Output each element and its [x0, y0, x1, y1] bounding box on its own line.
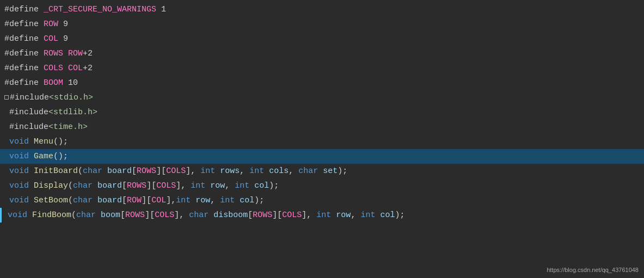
code-line-10: void Menu(); [0, 134, 644, 149]
param-disboom-15: disboom [213, 209, 248, 221]
space-14 [93, 194, 97, 207]
macro-val-4 [63, 47, 68, 60]
space-13 [93, 180, 97, 192]
param-boom-15: boom [101, 209, 120, 221]
param-col-13: col [254, 180, 269, 192]
punc-15z: ); [395, 209, 404, 221]
param-rows-12: rows [220, 165, 240, 177]
comma-14a: , [171, 194, 176, 207]
bracket-14b: ][ [142, 194, 151, 207]
param-board-13: board [97, 180, 122, 192]
bracket-13c: ] [176, 180, 181, 192]
bracket-15f: ] [302, 209, 306, 221]
idx-cols-13: COLS [156, 180, 176, 192]
code-line-7: #include<stdio.h> [0, 90, 644, 105]
char-kw-15a: char [76, 209, 96, 221]
bracket-12a: [ [132, 165, 137, 177]
macro-val-6: 10 [63, 77, 78, 89]
macro-name-1: _CRT_SECURE_NO_WARNINGS [44, 3, 156, 16]
int-kw-15a: int [316, 209, 331, 221]
param-row-15: row [336, 209, 351, 221]
space-12a [102, 165, 107, 177]
punc-14z: ); [254, 194, 264, 207]
collapse-indicator [4, 95, 9, 100]
char-kw-12b: char [298, 165, 318, 177]
macro-name-4: ROWS [44, 47, 63, 60]
hash-1: #define [4, 3, 44, 16]
code-editor: #define _CRT_SECURE_NO_WARNINGS 1 #defin… [0, 0, 644, 225]
bracket-15d: [ [248, 209, 253, 221]
punc-11: (); [53, 150, 68, 163]
fn-name-13: Display [34, 180, 68, 192]
idx-rows-13: ROWS [127, 180, 146, 192]
space-14c [235, 194, 240, 207]
int-kw-12b: int [249, 165, 264, 177]
bracket-13a: [ [122, 180, 127, 192]
include-file-8: <stdlib.h> [48, 106, 97, 119]
include-file-9: <time.h> [48, 121, 88, 133]
void-kw-15: void [8, 209, 32, 221]
macro-name-5: COLS [44, 62, 63, 75]
bracket-15a: [ [120, 209, 125, 221]
space-12d [318, 165, 323, 177]
fn-name-12: InitBoard [34, 165, 78, 177]
macro-val-1: 1 [156, 3, 166, 16]
code-line-8: #include<stdlib.h> [0, 105, 644, 120]
void-kw-13: void [4, 180, 34, 192]
hash-5: #define [4, 62, 44, 75]
macro-val-4b: +2 [83, 47, 93, 60]
comma-15b: , [306, 209, 316, 221]
macro-name-6: BOOM [44, 77, 63, 89]
include-kw-9: #include [4, 121, 48, 133]
hash-4: #define [4, 47, 44, 60]
void-kw-11: void [4, 150, 34, 163]
space-15d [355, 209, 360, 221]
bracket-15c: ] [174, 209, 179, 221]
int-kw-12a: int [200, 165, 215, 177]
space-15a [96, 209, 101, 221]
hash-2: #define [4, 18, 44, 30]
int-kw-13a: int [191, 180, 205, 192]
hash-3: #define [4, 33, 44, 45]
include-kw-7: #include [10, 91, 49, 104]
fn-name-15: FindBoom [32, 209, 71, 221]
char-kw-12a: char [83, 165, 102, 177]
char-kw-13: char [73, 180, 93, 192]
int-kw-15b: int [360, 209, 375, 221]
macro-val-5 [63, 62, 68, 75]
code-line-6: #define BOOM 10 [0, 76, 644, 90]
punc-14a: ( [68, 194, 73, 207]
comma-15c: , [351, 209, 355, 221]
space-14b [191, 194, 195, 207]
watermark: https://blog.csdn.net/qq_43761048 [547, 265, 639, 275]
space-13c [249, 180, 254, 192]
param-board-12: board [107, 165, 132, 177]
code-line-15: void FindBoom(char boom[ROWS][COLS], cha… [0, 208, 644, 223]
macro-ref-5: COL [68, 62, 83, 75]
comma-15a: , [179, 209, 189, 221]
idx-cols-15a: COLS [155, 209, 174, 221]
char-kw-15b: char [189, 209, 208, 221]
code-line-1: #define _CRT_SECURE_NO_WARNINGS 1 [0, 2, 644, 17]
code-line-5: #define COLS COL+2 [0, 61, 644, 76]
bracket-14a: [ [122, 194, 127, 207]
code-line-3: #define COL 9 [0, 32, 644, 46]
idx-col-14: COL [151, 194, 166, 207]
macro-name-2: ROW [44, 18, 58, 30]
idx-cols-12: COLS [166, 165, 186, 177]
space-15e [375, 209, 380, 221]
comma-14b: , [210, 194, 220, 207]
idx-row-14: ROW [127, 194, 142, 207]
bracket-15b: ][ [145, 209, 155, 221]
space-15c [331, 209, 336, 221]
param-col-15: col [380, 209, 395, 221]
char-kw-14: char [73, 194, 93, 207]
punc-13a: ( [68, 180, 73, 192]
fn-name-10: Menu [34, 135, 53, 148]
param-col-14: col [240, 194, 254, 207]
comma-13b: , [225, 180, 235, 192]
comma-12c: , [289, 165, 298, 177]
include-kw-8: #include [4, 106, 48, 119]
punc-10: (); [53, 135, 68, 148]
code-line-9: #include<time.h> [0, 120, 644, 134]
